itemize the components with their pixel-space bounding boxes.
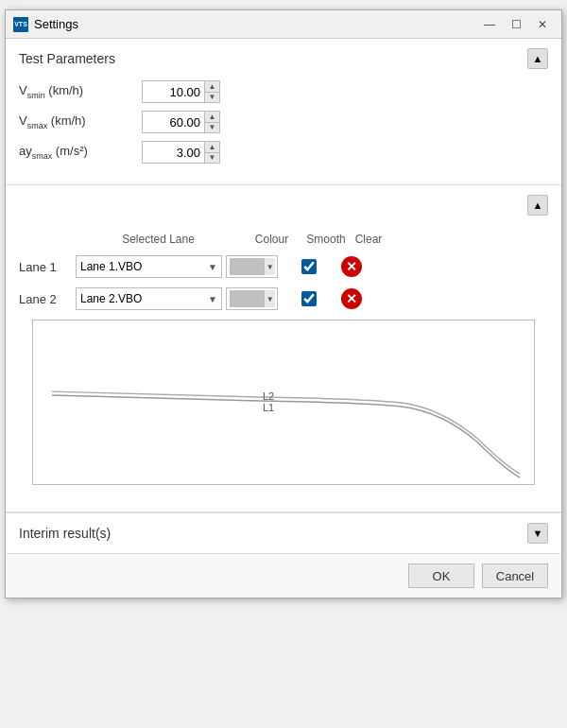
vsmax-row: Vsmax (km/h) ▲ ▼ — [19, 111, 548, 133]
lane2-colour-arrow-icon: ▼ — [264, 290, 275, 307]
lane1-smooth-checkbox[interactable] — [301, 259, 317, 274]
footer: OK Cancel — [6, 554, 561, 598]
test-parameters-section: Test Parameters ▲ Vsmin (km/h) ▲ ▼ Vsmax… — [6, 39, 561, 185]
titlebar: VTS Settings — ☐ ✕ — [6, 10, 561, 39]
minimize-button[interactable]: — — [478, 15, 501, 34]
test-parameters-header: Test Parameters ▲ — [6, 39, 561, 77]
lane2-clear-button[interactable]: ✕ — [341, 288, 362, 309]
aysmax-row: aysmax (m/s²) ▲ ▼ — [19, 141, 548, 164]
ok-button[interactable]: OK — [408, 563, 474, 588]
col-header-clear: Clear — [350, 233, 387, 246]
vsmin-spin-down[interactable]: ▼ — [204, 93, 219, 103]
settings-window: VTS Settings — ☐ ✕ Test Parameters ▲ Vsm… — [5, 9, 562, 598]
map-preview: L1 L2 — [32, 320, 535, 485]
lane-column-headers: Selected Lane Colour Smooth Clear — [19, 233, 548, 246]
lane1-smooth-container — [285, 259, 333, 274]
lane1-colour-box — [230, 258, 264, 275]
lane2-smooth-checkbox[interactable] — [301, 291, 317, 306]
aysmax-input[interactable] — [143, 142, 204, 163]
lane1-dropdown-arrow-icon: ▼ — [208, 262, 217, 272]
lane1-clear-container: ✕ — [333, 256, 370, 277]
lane1-colour-picker[interactable]: ▼ — [226, 255, 278, 278]
col-header-colour: Colour — [241, 233, 302, 246]
aysmax-spin-down[interactable]: ▼ — [204, 153, 219, 164]
lane2-colour-picker[interactable]: ▼ — [226, 287, 278, 310]
vsmin-input[interactable] — [143, 81, 204, 102]
test-parameters-title: Test Parameters — [19, 51, 115, 66]
interim-header: Interim result(s) ▼ — [6, 513, 561, 553]
col-header-smooth: Smooth — [302, 233, 350, 246]
maximize-button[interactable]: ☐ — [505, 15, 527, 34]
lane-section-header: ▲ — [6, 185, 561, 223]
aysmax-input-wrap: ▲ ▼ — [142, 141, 220, 164]
lane2-dropdown[interactable]: Lane 2.VBO ▼ — [76, 287, 222, 310]
lane-section-collapse-btn[interactable]: ▲ — [527, 195, 548, 216]
lane1-row: Lane 1 Lane 1.VBO ▼ ▼ ✕ — [19, 255, 548, 278]
lane2-clear-container: ✕ — [333, 288, 370, 309]
aysmax-spinners: ▲ ▼ — [204, 142, 219, 163]
vsmin-row: Vsmin (km/h) ▲ ▼ — [19, 80, 548, 103]
vsmin-spin-up[interactable]: ▲ — [204, 81, 219, 93]
vsmin-spinners: ▲ ▼ — [204, 81, 219, 102]
vsmax-spin-up[interactable]: ▲ — [204, 112, 219, 123]
test-parameters-collapse-btn[interactable]: ▲ — [527, 48, 548, 69]
vsmax-spin-down[interactable]: ▼ — [204, 123, 219, 133]
lane1-clear-button[interactable]: ✕ — [341, 256, 362, 277]
lane1-dropdown-value: Lane 1.VBO — [80, 260, 142, 273]
lane1-colour-arrow-icon: ▼ — [264, 258, 275, 275]
svg-text:L2: L2 — [263, 390, 274, 402]
vsmax-input-wrap: ▲ ▼ — [142, 111, 220, 133]
vsmax-input[interactable] — [143, 112, 204, 132]
aysmax-label: aysmax (m/s²) — [19, 144, 142, 161]
vsmin-label: Vsmin (km/h) — [19, 83, 142, 100]
cancel-button[interactable]: Cancel — [482, 563, 548, 588]
lane2-dropdown-arrow-icon: ▼ — [208, 294, 217, 304]
lane2-row: Lane 2 Lane 2.VBO ▼ ▼ ✕ — [19, 287, 548, 310]
vsmax-spinners: ▲ ▼ — [204, 112, 219, 132]
interim-title: Interim result(s) — [19, 526, 111, 541]
svg-text:L1: L1 — [263, 402, 274, 413]
lane1-dropdown[interactable]: Lane 1.VBO ▼ — [76, 255, 222, 278]
app-icon: VTS — [13, 17, 28, 32]
lane-content: Selected Lane Colour Smooth Clear Lane 1… — [6, 223, 561, 511]
lane2-dropdown-value: Lane 2.VBO — [80, 292, 142, 305]
lane2-colour-box — [230, 290, 264, 307]
interim-section: Interim result(s) ▼ — [6, 512, 561, 554]
map-svg: L1 L2 — [33, 321, 534, 484]
lane2-label: Lane 2 — [19, 292, 76, 306]
lane1-label: Lane 1 — [19, 260, 76, 274]
vsmax-label: Vsmax (km/h) — [19, 113, 142, 130]
interim-expand-btn[interactable]: ▼ — [527, 523, 548, 544]
titlebar-buttons: — ☐ ✕ — [478, 15, 554, 34]
aysmax-spin-up[interactable]: ▲ — [204, 142, 219, 153]
lane-section: ▲ Selected Lane Colour Smooth Clear Lane… — [6, 185, 561, 512]
lane2-smooth-container — [285, 291, 333, 306]
window-title: Settings — [34, 17, 478, 31]
params-container: Vsmin (km/h) ▲ ▼ Vsmax (km/h) ▲ ▼ — [6, 77, 561, 184]
close-button[interactable]: ✕ — [531, 15, 554, 34]
vsmin-input-wrap: ▲ ▼ — [142, 80, 220, 103]
col-header-selected-lane: Selected Lane — [76, 233, 241, 246]
